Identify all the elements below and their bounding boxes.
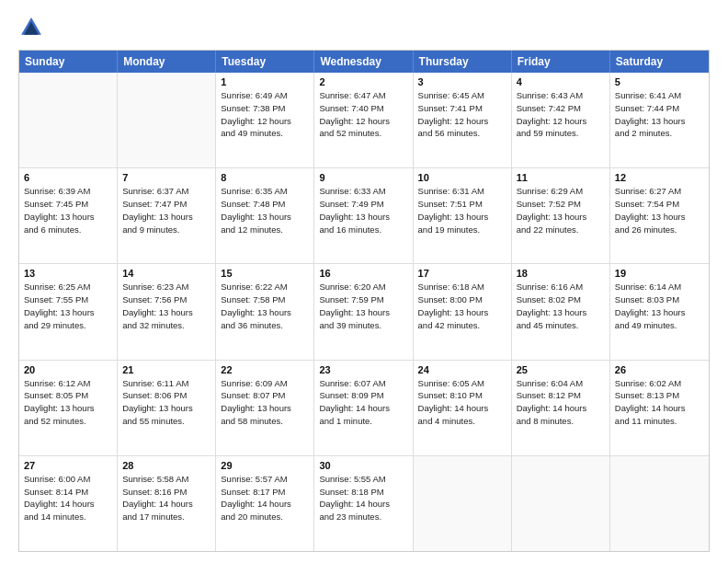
- calendar: SundayMondayTuesdayWednesdayThursdayFrid…: [18, 50, 710, 552]
- cell-line: Sunrise: 6:02 AM: [615, 377, 704, 390]
- cell-line: Sunset: 8:10 PM: [418, 389, 506, 402]
- cell-line: and 6 minutes.: [24, 224, 112, 236]
- cell-line: Sunrise: 6:29 AM: [517, 185, 605, 198]
- calendar-cell: 5Sunrise: 6:41 AMSunset: 7:44 PMDaylight…: [610, 73, 709, 167]
- cell-line: Sunrise: 6:27 AM: [615, 185, 704, 198]
- cell-line: Daylight: 13 hours: [319, 211, 407, 224]
- cell-line: Daylight: 13 hours: [615, 306, 704, 319]
- cell-line: and 58 minutes.: [221, 415, 309, 428]
- cell-line: Daylight: 14 hours: [24, 498, 112, 511]
- calendar-cell: 7Sunrise: 6:37 AMSunset: 7:47 PMDaylight…: [118, 168, 216, 263]
- cell-line: Sunset: 7:59 PM: [319, 293, 407, 306]
- calendar-cell: [610, 456, 709, 551]
- cell-line: Daylight: 12 hours: [418, 115, 506, 128]
- logo-icon: [18, 15, 44, 40]
- calendar-header-cell: Saturday: [610, 51, 709, 73]
- cell-line: Daylight: 13 hours: [122, 402, 210, 415]
- day-number: 10: [418, 172, 506, 183]
- cell-line: Sunrise: 6:00 AM: [24, 473, 112, 486]
- calendar-body: 1Sunrise: 6:49 AMSunset: 7:38 PMDaylight…: [19, 73, 709, 551]
- cell-line: Sunset: 8:07 PM: [221, 389, 309, 402]
- calendar-header-cell: Sunday: [19, 51, 118, 73]
- calendar-cell: 25Sunrise: 6:04 AMSunset: 8:12 PMDayligh…: [512, 361, 610, 455]
- calendar-row: 13Sunrise: 6:25 AMSunset: 7:55 PMDayligh…: [19, 264, 709, 360]
- cell-line: Sunset: 8:17 PM: [221, 486, 309, 499]
- cell-line: Daylight: 13 hours: [517, 306, 605, 319]
- cell-line: and 52 minutes.: [24, 415, 112, 428]
- cell-line: Sunset: 7:55 PM: [24, 293, 112, 306]
- cell-line: Sunset: 8:02 PM: [517, 293, 605, 306]
- calendar-cell: 13Sunrise: 6:25 AMSunset: 7:55 PMDayligh…: [19, 264, 118, 359]
- cell-line: Daylight: 13 hours: [615, 211, 704, 224]
- day-number: 24: [418, 364, 506, 375]
- day-number: 5: [615, 76, 704, 87]
- day-number: 27: [24, 460, 112, 471]
- cell-line: Sunset: 8:09 PM: [319, 389, 407, 402]
- cell-line: Daylight: 13 hours: [517, 211, 605, 224]
- day-number: 12: [615, 172, 704, 183]
- cell-line: Sunset: 7:38 PM: [221, 102, 309, 115]
- cell-line: Sunset: 7:41 PM: [418, 102, 506, 115]
- cell-line: and 17 minutes.: [122, 511, 210, 523]
- cell-line: Daylight: 12 hours: [319, 115, 407, 128]
- cell-line: and 23 minutes.: [319, 511, 407, 523]
- calendar-cell: 27Sunrise: 6:00 AMSunset: 8:14 PMDayligh…: [19, 456, 118, 551]
- calendar-row: 6Sunrise: 6:39 AMSunset: 7:45 PMDaylight…: [19, 168, 709, 264]
- cell-line: Sunrise: 6:31 AM: [418, 185, 506, 198]
- cell-line: Sunrise: 6:25 AM: [24, 281, 112, 293]
- day-number: 26: [615, 364, 704, 375]
- day-number: 17: [418, 268, 506, 279]
- cell-line: and 11 minutes.: [615, 415, 704, 428]
- cell-line: Sunrise: 6:12 AM: [24, 377, 112, 390]
- cell-line: Daylight: 13 hours: [24, 211, 112, 224]
- cell-line: and 59 minutes.: [517, 127, 605, 140]
- cell-line: and 19 minutes.: [418, 224, 506, 236]
- day-number: 22: [221, 364, 309, 375]
- calendar-cell: 24Sunrise: 6:05 AMSunset: 8:10 PMDayligh…: [414, 361, 512, 455]
- cell-line: and 20 minutes.: [221, 511, 309, 523]
- cell-line: Sunrise: 5:58 AM: [122, 473, 210, 486]
- cell-line: Daylight: 12 hours: [517, 115, 605, 128]
- cell-line: and 32 minutes.: [122, 319, 210, 332]
- cell-line: Sunrise: 6:11 AM: [122, 377, 210, 390]
- cell-line: and 22 minutes.: [517, 224, 605, 236]
- day-number: 29: [221, 460, 309, 471]
- cell-line: Sunset: 8:18 PM: [319, 486, 407, 499]
- cell-line: Sunrise: 6:49 AM: [221, 89, 309, 102]
- cell-line: Sunset: 8:06 PM: [122, 389, 210, 402]
- cell-line: and 1 minute.: [319, 415, 407, 428]
- cell-line: and 2 minutes.: [615, 127, 704, 140]
- calendar-cell: 6Sunrise: 6:39 AMSunset: 7:45 PMDaylight…: [19, 168, 118, 263]
- calendar-cell: 10Sunrise: 6:31 AMSunset: 7:51 PMDayligh…: [414, 168, 512, 263]
- cell-line: and 9 minutes.: [122, 224, 210, 236]
- page: SundayMondayTuesdayWednesdayThursdayFrid…: [0, 0, 728, 563]
- calendar-cell: 18Sunrise: 6:16 AMSunset: 8:02 PMDayligh…: [512, 264, 610, 359]
- cell-line: Sunrise: 6:47 AM: [319, 89, 407, 102]
- cell-line: Daylight: 13 hours: [418, 306, 506, 319]
- cell-line: Sunrise: 6:33 AM: [319, 185, 407, 198]
- calendar-header-cell: Friday: [512, 51, 610, 73]
- calendar-cell: 4Sunrise: 6:43 AMSunset: 7:42 PMDaylight…: [512, 73, 610, 167]
- calendar-cell: 23Sunrise: 6:07 AMSunset: 8:09 PMDayligh…: [314, 361, 413, 455]
- cell-line: Sunrise: 6:45 AM: [418, 89, 506, 102]
- cell-line: Sunrise: 6:05 AM: [418, 377, 506, 390]
- calendar-cell: 9Sunrise: 6:33 AMSunset: 7:49 PMDaylight…: [314, 168, 413, 263]
- cell-line: Sunset: 7:45 PM: [24, 198, 112, 211]
- day-number: 3: [418, 76, 506, 87]
- cell-line: Daylight: 12 hours: [221, 115, 309, 128]
- calendar-row: 1Sunrise: 6:49 AMSunset: 7:38 PMDaylight…: [19, 73, 709, 168]
- cell-line: Sunrise: 5:57 AM: [221, 473, 309, 486]
- day-number: 18: [517, 268, 605, 279]
- calendar-cell: 14Sunrise: 6:23 AMSunset: 7:56 PMDayligh…: [118, 264, 216, 359]
- cell-line: Sunset: 7:40 PM: [319, 102, 407, 115]
- cell-line: Sunrise: 6:39 AM: [24, 185, 112, 198]
- cell-line: Daylight: 13 hours: [221, 402, 309, 415]
- cell-line: and 45 minutes.: [517, 319, 605, 332]
- day-number: 11: [517, 172, 605, 183]
- cell-line: Sunrise: 6:14 AM: [615, 281, 704, 293]
- cell-line: Sunrise: 6:04 AM: [517, 377, 605, 390]
- cell-line: and 49 minutes.: [221, 127, 309, 140]
- cell-line: Sunset: 7:54 PM: [615, 198, 704, 211]
- cell-line: Daylight: 13 hours: [221, 211, 309, 224]
- header: [18, 15, 710, 40]
